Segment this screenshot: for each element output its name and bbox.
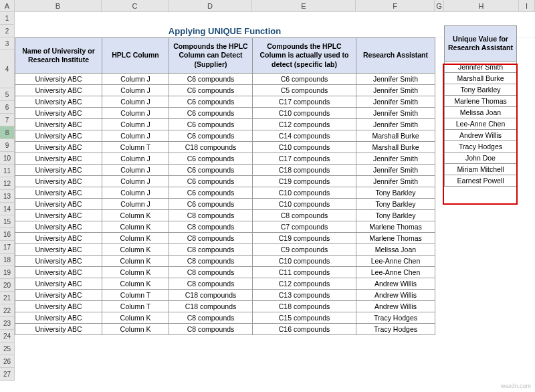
cell[interactable]: Column K bbox=[102, 233, 169, 244]
cell[interactable]: Marshall Burke bbox=[356, 142, 435, 153]
row-1[interactable] bbox=[15, 12, 535, 25]
cell[interactable]: C7 compounds bbox=[253, 221, 356, 233]
cell[interactable]: C12 compounds bbox=[253, 119, 356, 130]
cell[interactable]: C10 compounds bbox=[253, 199, 356, 210]
header-compounds-lab[interactable]: Compounds the HPLC Column is actually us… bbox=[253, 38, 356, 74]
cell[interactable]: C19 compounds bbox=[253, 233, 356, 244]
row-header-11[interactable]: 11 bbox=[0, 165, 15, 177]
cell[interactable]: Column T bbox=[102, 290, 169, 301]
cell[interactable]: Column K bbox=[102, 221, 169, 233]
cell[interactable]: Column T bbox=[102, 142, 169, 153]
cell[interactable]: University ABC bbox=[15, 96, 102, 108]
cell[interactable]: Column J bbox=[102, 176, 169, 187]
cell[interactable]: University ABC bbox=[15, 267, 102, 278]
cell[interactable]: C8 compounds bbox=[169, 324, 253, 335]
cell[interactable]: Marshall Burke bbox=[356, 130, 435, 142]
cell[interactable]: C13 compounds bbox=[253, 290, 356, 301]
row-header-6[interactable]: 6 bbox=[0, 101, 15, 114]
row-header-26[interactable]: 26 bbox=[0, 355, 15, 368]
cell[interactable]: C6 compounds bbox=[169, 96, 253, 108]
cell[interactable]: C8 compounds bbox=[169, 244, 253, 256]
cell[interactable]: Marlene Thomas bbox=[356, 221, 435, 233]
row-header-7[interactable]: 7 bbox=[0, 114, 15, 126]
cell[interactable]: Column K bbox=[102, 256, 169, 267]
row-header-10[interactable]: 10 bbox=[0, 152, 15, 165]
cell[interactable]: Tony Barkley bbox=[356, 210, 435, 221]
cell[interactable]: C6 compounds bbox=[169, 187, 253, 199]
row-header-25[interactable]: 25 bbox=[0, 342, 15, 355]
cell[interactable]: C16 compounds bbox=[253, 324, 356, 335]
cell[interactable]: Column J bbox=[102, 165, 169, 176]
cell[interactable]: Jennifer Smith bbox=[356, 176, 435, 187]
col-header-E[interactable]: E bbox=[252, 0, 356, 11]
header-university[interactable]: Name of University or Research Institute bbox=[15, 38, 102, 74]
cell[interactable]: University ABC bbox=[15, 324, 102, 335]
cell[interactable]: Column K bbox=[102, 312, 169, 324]
row-header-16[interactable]: 16 bbox=[0, 228, 15, 241]
row-header-1[interactable]: 1 bbox=[0, 12, 15, 25]
row-header-23[interactable]: 23 bbox=[0, 317, 15, 330]
cell[interactable]: Column K bbox=[102, 278, 169, 290]
col-header-F[interactable]: F bbox=[356, 0, 435, 11]
cell[interactable]: C15 compounds bbox=[253, 312, 356, 324]
cell[interactable]: Tony Barkley bbox=[356, 187, 435, 199]
cell[interactable]: C6 compounds bbox=[253, 74, 356, 85]
cell[interactable]: University ABC bbox=[15, 108, 102, 119]
cell[interactable]: C6 compounds bbox=[169, 199, 253, 210]
cell[interactable]: Column J bbox=[102, 130, 169, 142]
row-header-18[interactable]: 18 bbox=[0, 254, 15, 266]
cell[interactable]: Melissa Joan bbox=[356, 244, 435, 256]
unique-cell[interactable]: John Doe bbox=[445, 153, 517, 164]
cell[interactable]: C17 compounds bbox=[253, 153, 356, 165]
cell[interactable]: Jennifer Smith bbox=[356, 85, 435, 96]
cell[interactable]: C14 compounds bbox=[253, 130, 356, 142]
cell[interactable]: C10 compounds bbox=[253, 256, 356, 267]
col-header-B[interactable]: B bbox=[15, 0, 102, 11]
header-hplc-column[interactable]: HPLC Column bbox=[102, 38, 169, 74]
cell[interactable]: C6 compounds bbox=[169, 153, 253, 165]
cell[interactable]: University ABC bbox=[15, 221, 102, 233]
cell[interactable]: University ABC bbox=[15, 256, 102, 267]
cell[interactable]: Lee-Anne Chen bbox=[356, 256, 435, 267]
cell[interactable]: University ABC bbox=[15, 187, 102, 199]
cell[interactable]: C6 compounds bbox=[169, 130, 253, 142]
cell[interactable]: C19 compounds bbox=[253, 176, 356, 187]
row-header-8[interactable]: 8 bbox=[0, 126, 15, 139]
row-header-5[interactable]: 5 bbox=[0, 88, 15, 101]
cell[interactable]: Column J bbox=[102, 153, 169, 165]
header-research-assistant[interactable]: Research Assistant bbox=[356, 38, 435, 74]
cell[interactable]: Tracy Hodges bbox=[356, 312, 435, 324]
cell[interactable]: Column T bbox=[102, 301, 169, 312]
cell[interactable]: Jennifer Smith bbox=[356, 96, 435, 108]
header-unique[interactable]: Unique Value for Research Assistant bbox=[445, 26, 517, 62]
cell[interactable]: C8 compounds bbox=[169, 256, 253, 267]
cell[interactable]: C6 compounds bbox=[169, 85, 253, 96]
cell[interactable]: Column J bbox=[102, 119, 169, 130]
cell[interactable]: C9 compounds bbox=[253, 244, 356, 256]
unique-cell[interactable]: Melissa Joan bbox=[445, 107, 517, 118]
cell[interactable]: Jennifer Smith bbox=[356, 74, 435, 85]
col-header-C[interactable]: C bbox=[102, 0, 169, 11]
cell[interactable]: C10 compounds bbox=[253, 142, 356, 153]
cell[interactable]: C6 compounds bbox=[169, 74, 253, 85]
unique-cell[interactable]: Earnest Powell bbox=[445, 175, 517, 187]
cell[interactable]: University ABC bbox=[15, 244, 102, 256]
cell[interactable]: Column K bbox=[102, 324, 169, 335]
row-header-20[interactable]: 20 bbox=[0, 279, 15, 292]
cell[interactable]: C5 compounds bbox=[253, 85, 356, 96]
cell[interactable]: C8 compounds bbox=[169, 233, 253, 244]
cell[interactable]: Column J bbox=[102, 187, 169, 199]
unique-cell[interactable]: Andrew Willis bbox=[445, 130, 517, 141]
cell[interactable]: Column J bbox=[102, 199, 169, 210]
cell[interactable]: Column K bbox=[102, 244, 169, 256]
cell[interactable]: University ABC bbox=[15, 165, 102, 176]
cell[interactable]: Andrew Willis bbox=[356, 290, 435, 301]
cell[interactable]: University ABC bbox=[15, 312, 102, 324]
cell[interactable]: Lee-Anne Chen bbox=[356, 267, 435, 278]
col-header-D[interactable]: D bbox=[169, 0, 252, 11]
cell[interactable]: Jennifer Smith bbox=[356, 119, 435, 130]
col-header-G[interactable]: G bbox=[435, 0, 444, 11]
cell[interactable]: C6 compounds bbox=[169, 119, 253, 130]
cell[interactable]: C18 compounds bbox=[253, 301, 356, 312]
cell[interactable]: C8 compounds bbox=[169, 210, 253, 221]
